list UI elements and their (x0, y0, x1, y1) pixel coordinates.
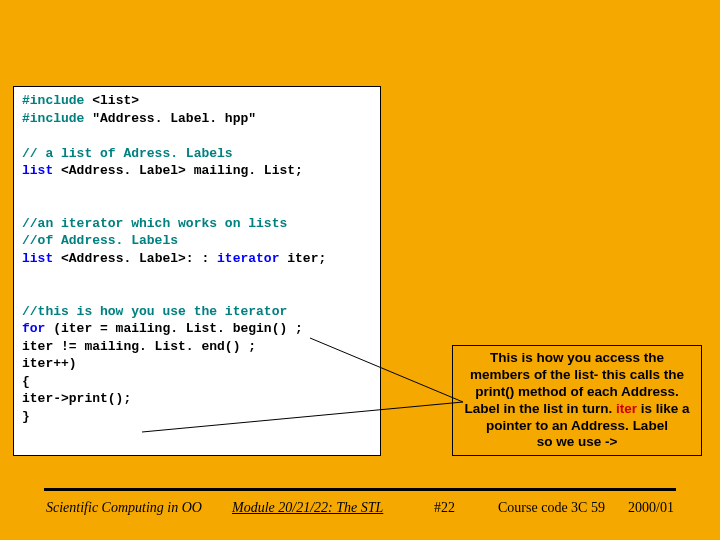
code-text: <Address. Label>: : (53, 251, 217, 266)
info-text: so we use -> (537, 434, 618, 449)
code-text: <Address. Label> mailing. List; (53, 163, 303, 178)
footer-slide-number: #22 (434, 500, 455, 516)
code-keyword: for (22, 321, 45, 336)
footer-module: Module 20/21/22: The STL (232, 500, 383, 516)
code-text: (iter = mailing. List. begin() ; (45, 321, 302, 336)
code-comment: // a list of Adress. Labels (22, 146, 233, 161)
code-keyword: iterator (217, 251, 279, 266)
code-comment: //this is how you use the iterator (22, 304, 287, 319)
footer-course: Course code 3C 59 (498, 500, 605, 516)
code-keyword: list (22, 163, 53, 178)
code-comment: //an iterator which works on lists (22, 216, 287, 231)
footer-rule (44, 488, 676, 491)
code-text: iter->print(); (22, 391, 131, 406)
code-text: { (22, 374, 30, 389)
code-text: <list> (84, 93, 139, 108)
code-keyword: #include (22, 111, 84, 126)
code-text: "Address. Label. hpp" (84, 111, 256, 126)
code-text: iter; (279, 251, 326, 266)
code-box: #include <list> #include "Address. Label… (13, 86, 381, 456)
footer-year: 2000/01 (628, 500, 674, 516)
code-keyword: list (22, 251, 53, 266)
code-text: } (22, 409, 30, 424)
code-text: iter++) (22, 356, 77, 371)
code-text: iter != mailing. List. end() ; (22, 339, 256, 354)
info-box: This is how you access the members of th… (452, 345, 702, 456)
info-highlight: iter (616, 401, 637, 416)
code-keyword: #include (22, 93, 84, 108)
code-comment: //of Address. Labels (22, 233, 178, 248)
footer-left: Scientific Computing in OO (46, 500, 202, 516)
